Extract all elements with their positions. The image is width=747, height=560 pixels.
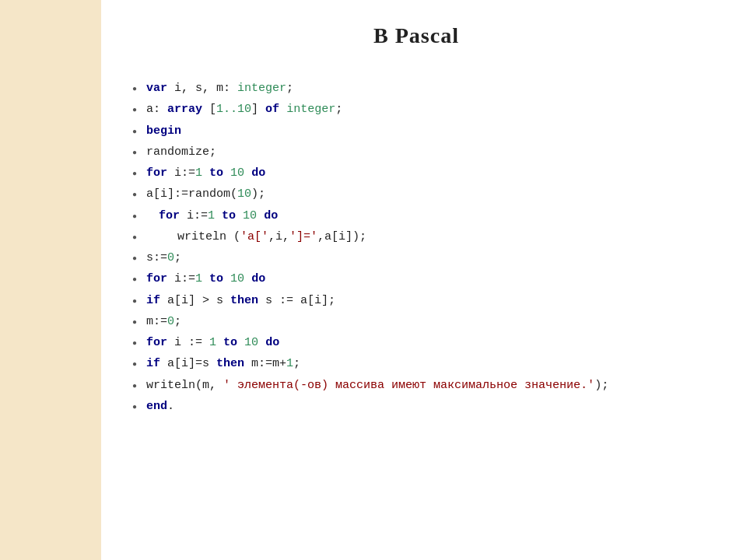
code-text: if a[i]=s then m:=m+1; [146, 355, 300, 373]
code-line-8: ● writeln ('a[',i,']=',a[i]); [132, 228, 700, 246]
code-text: s:=0; [146, 249, 181, 267]
bullet: ● [132, 211, 137, 223]
code-line-9: ● s:=0; [132, 249, 700, 267]
code-line-5: ● for i:=1 to 10 do [132, 164, 700, 182]
bullet: ● [132, 104, 137, 117]
code-line-16: ● end. [132, 397, 700, 415]
code-line-2: ● a: array [1..10] of integer; [132, 100, 700, 118]
code-text: writeln ('a[',i,']=',a[i]); [146, 228, 366, 246]
code-text: for i := 1 to 10 do [146, 334, 279, 352]
code-line-6: ● a[i]:=random(10); [132, 185, 700, 203]
bullet: ● [132, 189, 137, 201]
bullet: ● [132, 338, 137, 350]
bullet: ● [132, 147, 137, 159]
bullet: ● [132, 274, 137, 286]
code-block: ● var i, s, m: integer; ● a: array [1..1… [132, 79, 700, 415]
code-text: m:=0; [146, 313, 181, 331]
code-line-14: ● if a[i]=s then m:=m+1; [132, 355, 700, 373]
sidebar-background [0, 0, 101, 560]
code-line-13: ● for i := 1 to 10 do [132, 334, 700, 352]
code-line-7: ● for i:=1 to 10 do [132, 207, 700, 225]
code-text: end. [146, 397, 174, 415]
code-line-1: ● var i, s, m: integer; [132, 79, 700, 97]
bullet: ● [132, 317, 137, 329]
code-text: var i, s, m: integer; [146, 79, 293, 97]
bullet: ● [132, 168, 137, 180]
code-text: if a[i] > s then s := a[i]; [146, 292, 335, 310]
bullet: ● [132, 83, 137, 96]
bullet: ● [132, 380, 137, 393]
code-line-10: ● for i:=1 to 10 do [132, 270, 700, 288]
code-text: for i:=1 to 10 do [146, 207, 278, 225]
code-text: a: array [1..10] of integer; [146, 100, 342, 118]
code-text: begin [146, 122, 181, 140]
bullet: ● [132, 126, 137, 138]
bullet: ● [132, 296, 137, 308]
page-title: В Pascal [132, 23, 700, 48]
code-line-15: ● writeln(m, ' элемента(-ов) массива име… [132, 376, 700, 394]
bullet: ● [132, 359, 137, 371]
code-text: for i:=1 to 10 do [146, 164, 265, 182]
code-line-4: ● randomize; [132, 143, 700, 161]
bullet: ● [132, 232, 137, 244]
code-text: for i:=1 to 10 do [146, 270, 265, 288]
code-line-3: ● begin [132, 122, 700, 140]
code-text: a[i]:=random(10); [146, 185, 265, 203]
code-text: randomize; [146, 143, 216, 161]
bullet: ● [132, 253, 137, 265]
bullet: ● [132, 401, 137, 414]
code-line-12: ● m:=0; [132, 313, 700, 331]
code-text: writeln(m, ' элемента(-ов) массива имеют… [146, 376, 608, 394]
main-content: В Pascal ● var i, s, m: integer; ● a: ar… [101, 0, 747, 560]
code-line-11: ● if a[i] > s then s := a[i]; [132, 292, 700, 310]
